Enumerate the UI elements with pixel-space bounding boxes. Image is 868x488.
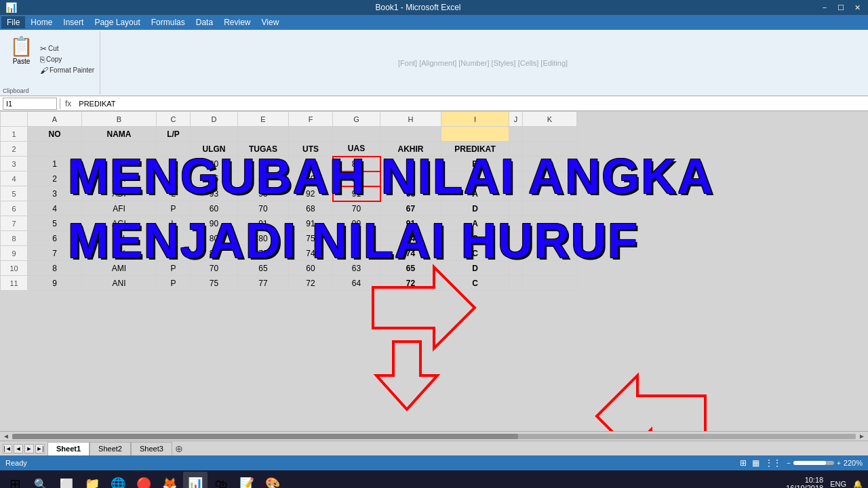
cell-i1[interactable] <box>441 127 509 142</box>
copy-button[interactable]: ⎘ Copy <box>39 54 96 65</box>
col-header-g[interactable]: G <box>333 112 380 127</box>
task-view-button[interactable]: ⬜ <box>54 472 79 488</box>
row-number[interactable]: 11 <box>1 276 28 291</box>
menu-home[interactable]: Home <box>25 16 58 28</box>
tab-first-button[interactable]: |◄ <box>3 444 12 453</box>
row-number[interactable]: 10 <box>1 261 28 276</box>
notification-area[interactable]: 🔔 <box>850 480 865 489</box>
formula-bar: fx <box>0 96 868 111</box>
menu-formulas[interactable]: Formulas <box>146 16 191 28</box>
scroll-thumb[interactable] <box>12 434 519 439</box>
scroll-right-icon[interactable]: ► <box>859 432 865 440</box>
minimize-button[interactable]: − <box>819 2 830 13</box>
cell-j1[interactable] <box>509 127 523 142</box>
view-page-break-icon[interactable]: ⋮⋮ <box>765 458 781 468</box>
cell-f1[interactable] <box>289 127 333 142</box>
cell-d1[interactable] <box>191 127 238 142</box>
menu-file[interactable]: File <box>1 16 25 28</box>
paint-button[interactable]: 🎨 <box>260 472 285 488</box>
row-number[interactable]: 5 <box>1 186 28 201</box>
row-number[interactable]: 2 <box>1 142 28 157</box>
cell-a1[interactable]: NO <box>28 127 82 142</box>
cut-button[interactable]: ✂ Cut <box>39 43 96 54</box>
cell-e1[interactable] <box>238 127 289 142</box>
cell-h11[interactable]: 72 <box>380 276 441 291</box>
row-number[interactable]: 3 <box>1 157 28 171</box>
table-row: 119ANIP7577726472C <box>1 276 577 291</box>
cell-e11[interactable]: 77 <box>238 276 289 291</box>
search-button[interactable]: 🔍 <box>28 472 53 488</box>
taskbar: ⊞ 🔍 ⬜ 📁 🌐 🔴 🦊 📊 🛍 📝 🎨 10:18 16/10/2018 E… <box>0 470 868 488</box>
zoom-in-icon[interactable]: + <box>837 460 841 467</box>
fx-icon[interactable]: fx <box>63 99 73 108</box>
maximize-button[interactable]: ☐ <box>835 2 846 13</box>
row-number[interactable]: 4 <box>1 171 28 186</box>
format-painter-button[interactable]: 🖌 Format Painter <box>39 65 96 76</box>
file-explorer-button[interactable]: 📁 <box>80 472 104 488</box>
start-button[interactable]: ⊞ <box>3 472 27 488</box>
cell-c1[interactable]: L/P <box>157 127 191 142</box>
cell-d11[interactable]: 75 <box>191 276 238 291</box>
scroll-left-icon[interactable]: ◄ <box>3 432 9 440</box>
firefox-button[interactable]: 🦊 <box>157 472 182 488</box>
paste-button[interactable]: 📋 Paste <box>7 34 36 85</box>
cell-b1[interactable]: NAMA <box>82 127 157 142</box>
cell-a11[interactable]: 9 <box>28 276 82 291</box>
menu-review[interactable]: Review <box>218 16 256 28</box>
excel-taskbar-button[interactable]: 📊 <box>183 472 208 488</box>
col-header-d[interactable]: D <box>191 112 238 127</box>
tab-last-button[interactable]: ►| <box>35 444 45 453</box>
menu-view[interactable]: View <box>256 16 285 28</box>
name-box[interactable] <box>3 98 57 110</box>
row-number[interactable]: 7 <box>1 216 28 231</box>
sheet-tab-3[interactable]: Sheet3 <box>131 442 172 455</box>
formula-input[interactable] <box>76 98 865 110</box>
col-header-j[interactable]: J <box>509 112 523 127</box>
cell-b11[interactable]: ANI <box>82 276 157 291</box>
menu-page-layout[interactable]: Page Layout <box>89 16 145 28</box>
store-button[interactable]: 🛍 <box>209 472 233 488</box>
cell-g11[interactable]: 64 <box>333 276 380 291</box>
cell-j11[interactable] <box>509 276 523 291</box>
edge-button[interactable]: 🌐 <box>106 472 130 488</box>
horizontal-scrollbar[interactable]: ◄ ► <box>0 431 868 441</box>
row-number[interactable]: 1 <box>1 127 28 142</box>
view-normal-icon[interactable]: ⊞ <box>740 458 747 468</box>
tab-next-button[interactable]: ► <box>24 444 34 453</box>
col-header-e[interactable]: E <box>238 112 289 127</box>
row-number[interactable]: 6 <box>1 201 28 216</box>
close-button[interactable]: ✕ <box>852 2 863 13</box>
sheet-tab-1[interactable]: Sheet1 <box>47 442 90 455</box>
col-header-f[interactable]: F <box>289 112 333 127</box>
chrome-button[interactable]: 🔴 <box>132 472 156 488</box>
col-header-i[interactable]: I <box>441 112 509 127</box>
row-number[interactable]: 8 <box>1 231 28 246</box>
cell-c11[interactable]: P <box>157 276 191 291</box>
folder-icon: 📁 <box>85 476 100 488</box>
col-header-a[interactable]: A <box>28 112 82 127</box>
scroll-track[interactable] <box>12 434 856 439</box>
zoom-out-icon[interactable]: − <box>787 460 791 467</box>
menu-insert[interactable]: Insert <box>58 16 89 28</box>
tab-prev-button[interactable]: ◄ <box>14 444 23 453</box>
word-button[interactable]: 📝 <box>235 472 259 488</box>
col-header-b[interactable]: B <box>82 112 157 127</box>
add-sheet-button[interactable]: ⊕ <box>175 443 183 454</box>
menu-data[interactable]: Data <box>191 16 218 28</box>
col-header-c[interactable]: C <box>157 112 191 127</box>
sheet-tab-2[interactable]: Sheet2 <box>90 442 131 455</box>
cell-k1[interactable] <box>523 127 577 142</box>
windows-icon: ⊞ <box>9 476 21 488</box>
col-header-h[interactable]: H <box>380 112 441 127</box>
status-right: ⊞ ▦ ⋮⋮ − + 220% <box>740 458 863 468</box>
paste-icon: 📋 <box>9 35 33 58</box>
cell-f11[interactable]: 72 <box>289 276 333 291</box>
cell-h1[interactable] <box>380 127 441 142</box>
view-layout-icon[interactable]: ▦ <box>752 458 760 468</box>
cell-k11[interactable] <box>523 276 577 291</box>
row-number[interactable]: 9 <box>1 246 28 261</box>
zoom-slider[interactable] <box>793 461 834 465</box>
col-header-k[interactable]: K <box>523 112 577 127</box>
cell-i11[interactable]: C <box>441 276 509 291</box>
cell-g1[interactable] <box>333 127 380 142</box>
